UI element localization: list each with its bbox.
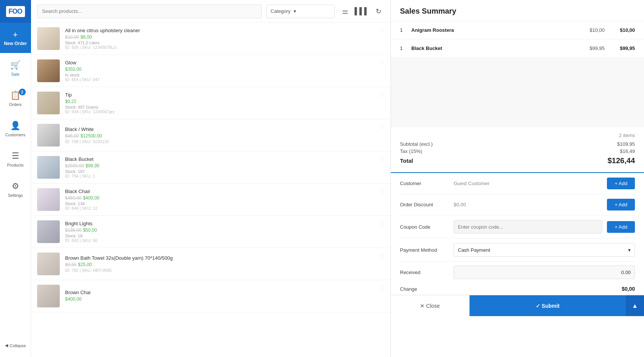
list-item[interactable]: Brown Chai $400,00 ♡ [31,280,390,312]
change-row: Change $0,00 [400,283,635,295]
list-item[interactable]: Glow $350,00 In stock ID: 854 | SKU: 047… [31,55,390,87]
favorite-icon[interactable]: ♡ [379,156,384,163]
product-info: Brown Chai $400,00 [65,290,384,302]
product-info: Brown Bath Towel 32s(Double yarn) 70*140… [65,255,384,273]
close-button[interactable]: ✕ Close [391,295,470,316]
product-info: Bright Lights $138,00$50,00 Stock: 18 ID… [65,221,384,243]
right-panel: Sales Summary 1 Anigram Roostera $10,00 … [390,0,644,357]
product-price: $2500,00$99,95 [65,163,384,168]
collapse-button[interactable]: ◀ Collapse [2,340,29,351]
favorite-icon[interactable]: ♡ [379,253,384,260]
sidebar-item-products-label: Products [7,163,23,167]
submit-button[interactable]: ✓ Submit [470,295,626,316]
change-value: $0,00 [454,286,635,292]
favorite-icon[interactable]: ♡ [379,92,384,99]
order-item-qty: 1 [400,27,411,33]
sidebar-item-settings[interactable]: ⚙ Settings [0,174,31,204]
product-info: Tip $0,22 Stock: 497 Grams ID: 934 | SKU… [65,92,384,114]
add-discount-button[interactable]: + Add [607,199,635,210]
product-thumbnail [37,220,60,243]
customer-label: Customer [400,181,449,186]
favorite-icon[interactable]: ♡ [379,27,384,34]
payment-method-row: Payment Method Cash Payment ▾ [400,239,635,262]
total-row: Total $126,44 [400,156,635,165]
product-sku: ID: 848 | SKU: 12 [65,206,384,210]
product-info: Black Chair $460,00$400,00 Stock: 134 ID… [65,189,384,210]
search-input[interactable] [37,5,262,18]
product-info: Black / White $45,00$12500,00 ID: 788 | … [65,126,384,144]
tax-row: Tax (15%) $16,49 [400,148,635,154]
refresh-icon[interactable]: ↻ [372,5,384,17]
product-stock: Stock: 18 [65,234,384,238]
list-item[interactable]: Tip $0,22 Stock: 497 Grams ID: 934 | SKU… [31,87,390,119]
product-sku: ID: 854 | SKU: 047 [65,77,384,82]
product-price: $350,00 [65,67,384,72]
list-item[interactable]: Black Chair $460,00$400,00 Stock: 134 ID… [31,184,390,216]
sidebar-item-customers[interactable]: 👤 Customers [0,114,31,144]
product-name: Glow [65,60,384,65]
products-icon: ☰ [12,151,19,161]
category-label: Category [271,8,291,14]
received-label: Received [400,270,449,275]
product-price: $45,00$12500,00 [65,133,384,139]
product-name: Black / White [65,126,384,132]
collapse-label: Collapse [10,343,26,348]
add-customer-label: + Add [614,181,627,186]
sidebar-item-settings-label: Settings [8,193,23,198]
product-name: Black Bucket [65,156,384,162]
customer-value: Guest Customer [454,181,602,186]
product-info: Black Bucket $2500,00$99,95 Stock: 107 I… [65,156,384,178]
product-thumbnail [37,92,60,114]
product-sku: ID: 782 | SKU: HBT-0005 [65,268,384,273]
favorite-icon[interactable]: ♡ [379,188,384,195]
list-item[interactable]: Black / White $45,00$12500,00 ID: 788 | … [31,119,390,151]
favorite-icon[interactable]: ♡ [379,285,384,292]
product-stock: Stock: 107 [65,169,384,174]
received-input[interactable] [454,265,635,279]
add-discount-label: + Add [614,202,627,207]
sidebar-item-orders[interactable]: 📋 Orders 2 [0,83,31,114]
product-price: $0,22 [65,99,384,104]
product-price: $400,00 [65,296,384,302]
category-select[interactable]: Category ▾ [266,5,334,18]
topbar: Category ▾ ⚌ ▌▌▌ ↻ [31,0,390,23]
favorite-icon[interactable]: ♡ [379,124,384,131]
list-item[interactable]: Black Bucket $2500,00$99,95 Stock: 107 I… [31,151,390,184]
coupon-input[interactable] [454,220,602,234]
product-thumbnail [37,156,60,179]
category-chevron-icon: ▾ [294,8,296,14]
product-thumbnail [37,27,60,50]
submit-expand-button[interactable]: ▲ [626,295,644,316]
total-label: Total [400,157,413,164]
list-item[interactable]: All in one citrus upholstery cleaner $10… [31,23,390,55]
list-item[interactable]: Bright Lights $138,00$50,00 Stock: 18 ID… [31,216,390,248]
settings-icon: ⚙ [12,181,19,191]
filter-icon[interactable]: ⚌ [339,5,351,17]
new-order-button[interactable]: + New Order [0,23,31,53]
favorite-icon[interactable]: ♡ [379,59,384,67]
payment-select[interactable]: Cash Payment ▾ [454,243,635,257]
subtotal-label: Subtotal (excl.) [400,141,433,147]
bottom-actions: ✕ Close ✓ Submit ▲ [391,295,644,316]
discount-option-row: Order Discount $0,00 + Add [400,194,635,215]
add-coupon-label: + Add [614,224,627,230]
product-name: Brown Bath Towel 32s(Double yarn) 70*140… [65,255,384,261]
favorite-icon[interactable]: ♡ [379,220,384,228]
product-name: Tip [65,92,384,98]
product-name: Black Chair [65,189,384,194]
payment-value: Cash Payment [458,247,490,253]
items-count: 2 items [619,133,635,138]
collapse-icon: ◀ [5,343,8,348]
list-item[interactable]: Brown Bath Towel 32s(Double yarn) 70*140… [31,248,390,280]
product-stock: In stock [65,73,384,77]
product-name: Brown Chai [65,290,384,295]
product-price: $0,55$25,00 [65,262,384,267]
sidebar-item-products[interactable]: ☰ Products [0,144,31,174]
sidebar-item-sale[interactable]: 🛒 Sale [0,53,31,83]
barcode-icon[interactable]: ▌▌▌ [356,5,368,17]
totals-section: 2 items Subtotal (excl.) $109,95 Tax (15… [391,127,644,172]
add-coupon-button[interactable]: + Add [607,221,635,233]
order-items-list: 1 Anigram Roostera $10,00 $10,00 1 Black… [391,21,644,127]
add-customer-button[interactable]: + Add [607,178,635,189]
close-label: ✕ Close [420,303,440,309]
